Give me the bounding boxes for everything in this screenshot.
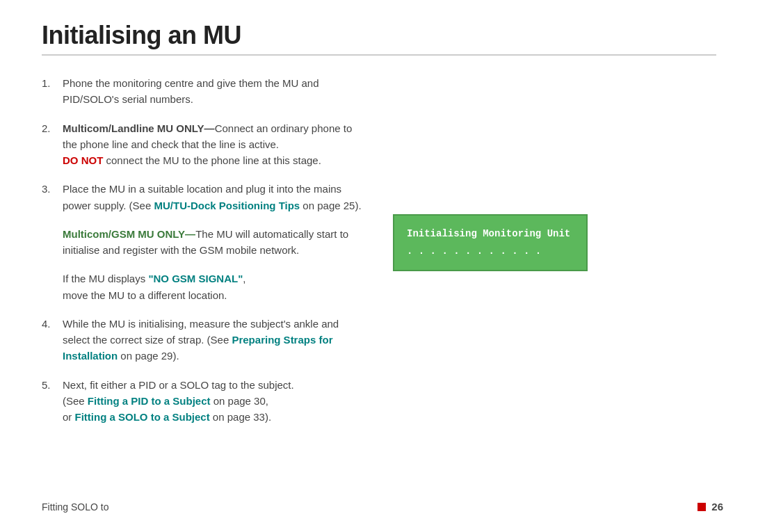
list-item-1: 1. Phone the monitoring centre and give … (42, 75, 365, 108)
left-column: 1. Phone the monitoring centre and give … (42, 75, 365, 437)
list-item-4: 4. While the MU is initialising, measure… (42, 316, 365, 364)
list-content-3: Place the MU in a suitable location and … (63, 181, 365, 213)
right-column: Initialising Monitoring Unit . . . . . .… (393, 75, 716, 437)
page-number-square-icon (697, 503, 706, 511)
list-content-2: Multicom/Landline MU ONLY—Connect an ord… (63, 120, 365, 169)
no-gsm-signal-text: "NO GSM SIGNAL" (148, 273, 243, 284)
page-container: Initialising an MU 1. Phone the monitori… (0, 0, 758, 532)
bottom-text: Fitting SOLO to (42, 501, 108, 513)
no-gsm-block: If the MU displays "NO GSM SIGNAL", move… (63, 271, 365, 303)
list-content-5: Next, fit either a PID or a SOLO tag to … (63, 377, 365, 426)
page-number: 26 (711, 501, 723, 513)
list-content-4: While the MU is initialising, measure th… (63, 316, 365, 364)
pid-link[interactable]: Fitting a PID to a Subject (88, 395, 211, 407)
list-number-5: 5. (42, 377, 63, 426)
list-number-1: 1. (42, 75, 63, 108)
do-not-text: DO NOT (63, 154, 103, 166)
content-area: 1. Phone the monitoring centre and give … (42, 75, 716, 437)
list-number-4: 4. (42, 316, 63, 364)
monitor-line2: . . . . . . . . . . . . (407, 243, 574, 260)
list-number-2: 2. (42, 120, 63, 169)
list-item-5: 5. Next, fit either a PID or a SOLO tag … (42, 377, 365, 426)
straps-link[interactable]: Preparing Straps for Installation (63, 334, 332, 362)
page-title: Initialising an MU (42, 21, 716, 50)
monitor-line1: Initialising Monitoring Unit (407, 225, 574, 243)
list-number-3: 3. (42, 181, 63, 213)
list-item-2: 2. Multicom/Landline MU ONLY—Connect an … (42, 120, 365, 169)
mu-dock-link[interactable]: MU/TU-Dock Positioning Tips (154, 200, 300, 211)
multicom-landline-label: Multicom/Landline MU ONLY— (63, 122, 215, 134)
gsm-only-label: Multicom/GSM MU ONLY— (63, 228, 195, 240)
page-number-area: 26 (697, 501, 723, 513)
gsm-block: Multicom/GSM MU ONLY—The MU will automat… (63, 226, 365, 259)
list-content-1: Phone the monitoring centre and give the… (63, 75, 365, 108)
list-item-3: 3. Place the MU in a suitable location a… (42, 181, 365, 213)
title-divider (42, 54, 716, 56)
solo-link[interactable]: Fitting a SOLO to a Subject (75, 411, 210, 423)
monitor-display-box: Initialising Monitoring Unit . . . . . .… (393, 214, 588, 271)
